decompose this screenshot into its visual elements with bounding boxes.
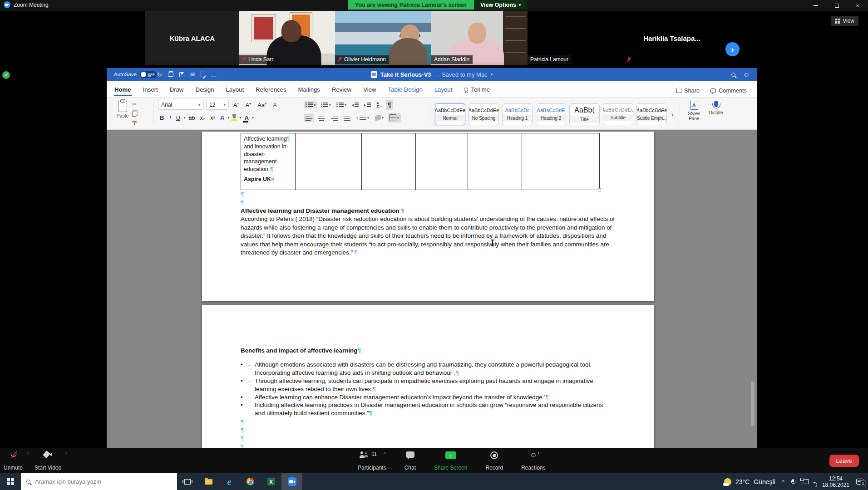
table-cell-empty[interactable] xyxy=(522,133,600,190)
decrease-indent-button[interactable] xyxy=(350,101,360,108)
tray-network-icon[interactable] xyxy=(802,479,809,484)
grow-font-button[interactable]: A^ xyxy=(232,101,241,109)
internet-explorer-button[interactable]: e xyxy=(219,473,240,490)
style-heading-1[interactable]: AaBbCcDc Heading 1 xyxy=(502,103,533,125)
file-explorer-button[interactable] xyxy=(198,473,219,490)
italic-button[interactable]: I xyxy=(167,113,173,122)
minimize-button[interactable] xyxy=(805,0,826,11)
sort-button[interactable]: AZ↓ xyxy=(375,100,384,109)
taskbar-search[interactable] xyxy=(21,473,177,490)
video-tile-linda[interactable]: Linda Sarr xyxy=(239,11,335,65)
chevron-up-icon[interactable]: ^ xyxy=(27,452,29,456)
table-cell-empty[interactable] xyxy=(416,133,468,190)
highlight-button[interactable] xyxy=(231,114,238,121)
tray-mic-icon[interactable] xyxy=(791,479,795,485)
text-effects-button[interactable]: A xyxy=(218,113,226,122)
share-button[interactable]: Share xyxy=(676,87,700,94)
bullets-button[interactable]: ▾ xyxy=(304,101,317,108)
multilevel-list-button[interactable]: ▾ xyxy=(335,101,348,108)
line-spacing-button[interactable]: ↕▾ xyxy=(355,114,371,122)
tab-table-design[interactable]: Table Design xyxy=(382,83,429,97)
superscript-button[interactable]: x² xyxy=(208,113,217,122)
tab-home[interactable]: Home xyxy=(108,83,137,97)
borders-button[interactable]: ▾ xyxy=(388,113,401,122)
subscript-button[interactable]: x₂ xyxy=(198,113,207,122)
style-subtitle[interactable]: AaBbCcDdEe Subtitle xyxy=(603,103,633,125)
taskbar-weather[interactable]: 23°C Güneşli xyxy=(724,478,775,485)
font-name-select[interactable]: Arial ▾ xyxy=(158,100,203,110)
video-tile-kubra[interactable]: Kübra ALACA xyxy=(145,11,239,65)
zoom-app-button-active[interactable] xyxy=(281,473,302,490)
document-page-2[interactable]: Benefits and impact of affective learnin… xyxy=(202,305,654,448)
table-cell-empty[interactable] xyxy=(468,133,522,190)
document-page-1[interactable]: Affective learning¶ and innovation in· d… xyxy=(202,132,654,301)
copy-button[interactable] xyxy=(132,112,136,117)
tab-table-layout[interactable]: Layout xyxy=(429,83,459,97)
table-cell-heading[interactable]: Affective learning¶ and innovation in· d… xyxy=(241,133,296,190)
comments-button[interactable]: Comments xyxy=(710,87,747,94)
align-right-button[interactable] xyxy=(329,113,340,122)
video-tile-adrian-active-speaker[interactable]: Adrian Sladdin xyxy=(431,11,528,65)
leave-button[interactable]: Leave xyxy=(829,455,859,467)
style-title[interactable]: AaBb( Title xyxy=(569,103,600,125)
participants-button[interactable]: 11 ^ Participants xyxy=(358,448,386,473)
chevron-up-icon[interactable]: ^ xyxy=(384,451,385,456)
change-case-button[interactable]: Aa▾ xyxy=(256,101,268,109)
document-table[interactable]: Affective learning¶ and innovation in· d… xyxy=(241,133,600,190)
strikethrough-button[interactable]: ab xyxy=(187,113,197,122)
start-button[interactable] xyxy=(0,473,21,490)
align-left-button[interactable] xyxy=(304,113,314,122)
chevron-up-icon[interactable]: ^ xyxy=(65,452,67,456)
tab-references[interactable]: References xyxy=(250,83,292,97)
document-title-area[interactable]: W Take It Serious-V3 — Saved to my Mac ▾ xyxy=(107,68,757,81)
view-options-button[interactable]: View Options ▾ xyxy=(474,0,527,10)
table-cell-empty[interactable] xyxy=(362,133,416,190)
paste-button[interactable]: Paste xyxy=(113,100,132,128)
maximize-button[interactable] xyxy=(826,0,847,11)
align-center-button[interactable] xyxy=(316,113,327,122)
tab-view[interactable]: View xyxy=(357,83,382,97)
chrome-button[interactable] xyxy=(240,473,261,490)
excel-button[interactable]: X xyxy=(261,473,281,490)
bold-button[interactable]: B xyxy=(158,113,166,122)
style-normal[interactable]: AaBbCcDdEe Normal xyxy=(435,103,465,125)
shrink-font-button[interactable]: A▾ xyxy=(243,101,253,109)
styles-pane-button[interactable]: A Styles Pane xyxy=(686,101,703,121)
video-tile-patricia[interactable]: Patricia Lamour xyxy=(528,11,624,65)
document-text-block[interactable]: Benefits and impact of affective learnin… xyxy=(241,347,618,448)
task-view-button[interactable] xyxy=(177,473,198,490)
justify-button[interactable] xyxy=(342,113,352,122)
tray-expand-chevron[interactable]: ^ xyxy=(782,479,784,485)
dictate-button[interactable]: Dictate xyxy=(709,101,723,115)
document-scrollbar-thumb[interactable] xyxy=(751,382,755,426)
chat-button[interactable]: Chat xyxy=(404,448,416,473)
tab-review[interactable]: Review xyxy=(326,83,357,97)
share-screen-button[interactable]: ↑ Share Screen xyxy=(434,448,467,473)
shading-button[interactable]: ▾ xyxy=(373,114,385,122)
font-color-button[interactable]: A xyxy=(242,113,250,122)
style-no-spacing[interactable]: AaBbCcDdEe No Spacing xyxy=(469,103,499,125)
video-tile-hariklia[interactable]: Hariklia Tsalapa... xyxy=(624,11,720,65)
tab-draw[interactable]: Draw xyxy=(164,83,190,97)
notification-center-button[interactable]: 2 xyxy=(856,479,863,485)
table-cell-empty[interactable] xyxy=(296,133,362,190)
document-text-block[interactable]: ¶ ¶ Affective learning and Disaster mana… xyxy=(241,191,615,257)
font-size-select[interactable]: 12 ▾ xyxy=(206,100,229,110)
clear-formatting-button[interactable]: A xyxy=(271,101,279,109)
show-formatting-marks-button[interactable]: ¶ xyxy=(386,100,393,110)
tab-insert[interactable]: Insert xyxy=(137,83,164,97)
reactions-button[interactable]: ☺+ Reactions xyxy=(521,448,545,473)
style-heading-2[interactable]: AaBbCcDdE Heading 2 xyxy=(536,103,566,125)
tab-layout[interactable]: Layout xyxy=(220,83,250,97)
format-painter-button[interactable] xyxy=(132,121,137,125)
video-tile-olivier[interactable]: Olivier Heidmann xyxy=(335,11,431,65)
tab-mailings[interactable]: Mailings xyxy=(292,83,326,97)
close-button[interactable]: × xyxy=(847,0,868,11)
cut-button[interactable]: ✂ xyxy=(132,101,137,108)
feedback-smiley-icon[interactable]: ☺ xyxy=(743,71,750,78)
unmute-button[interactable]: ^ Unmute xyxy=(4,448,23,473)
search-input[interactable] xyxy=(35,478,172,485)
style-subtle-emphasis[interactable]: AaBbCcDdEe Subtle Emph... xyxy=(636,103,667,125)
numbering-button[interactable]: ▾ xyxy=(319,101,333,108)
start-video-button[interactable]: ^ Start Video xyxy=(35,448,61,473)
